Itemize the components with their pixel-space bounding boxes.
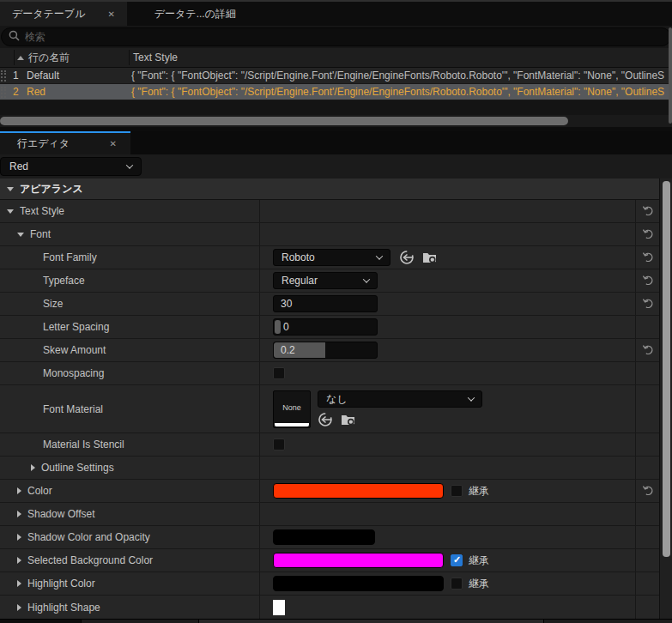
column-header-text-style[interactable]: Text Style [133,51,178,64]
browse-to-asset-button[interactable] [341,412,356,427]
reset-to-default-button[interactable] [635,480,659,502]
expander-right-icon[interactable] [31,464,35,471]
reset-to-default-button[interactable] [635,223,659,245]
details-vertical-scrollbar[interactable] [659,178,672,619]
prop-label-shadow-offset: Shadow Offset [27,508,95,520]
prop-row-shadow-color: Shadow Color and Opacity [0,526,659,549]
font-family-dropdown[interactable]: Roboto [273,249,390,266]
prop-row-font: Font [0,223,659,246]
size-value: 30 [281,298,292,310]
chevron-down-icon [363,275,370,282]
skew-amount-slider-input[interactable]: 0.2 [273,342,378,359]
highlight-inherit-checkbox[interactable] [451,578,463,590]
table-empty-area [0,100,672,115]
reset-to-default-button[interactable] [635,269,659,292]
highlight-color-swatch[interactable] [273,576,444,591]
expander-right-icon[interactable] [17,604,21,611]
category-appearance[interactable]: アピアランス [0,178,659,200]
prop-row-typeface: Typeface Regular [0,269,659,293]
inherit-label: 継承 [469,553,489,568]
prop-label-font-material: Font Material [43,403,103,415]
expander-down-icon[interactable] [7,209,14,214]
row-select-dropdown[interactable]: Red [0,157,142,176]
prop-label-material-is-stencil: Material Is Stencil [43,439,124,451]
expander-down-icon[interactable] [17,233,24,237]
search-input[interactable] [25,31,663,43]
material-thumbnail-label: None [282,403,301,412]
color-inherit-checkbox[interactable] [451,485,463,497]
prop-label-font: Font [30,228,51,240]
prop-row-outline-settings: Outline Settings [0,457,659,480]
expander-right-icon[interactable] [17,557,21,564]
prop-row-monospacing: Monospacing [0,362,659,385]
expander-right-icon[interactable] [17,511,21,517]
search-box[interactable] [1,27,671,46]
tab-datatable-details[interactable]: データテ...の詳細 [142,2,248,26]
expander-right-icon[interactable] [17,580,21,587]
reset-to-default-button[interactable] [635,293,659,315]
reset-to-default-button[interactable] [635,339,659,361]
row-value: { "Font": { "FontObject": "/Script/Engin… [131,70,672,82]
font-family-value: Roboto [282,251,315,263]
typeface-value: Regular [282,275,318,287]
chevron-down-icon [126,161,133,168]
browse-to-asset-button[interactable] [422,250,438,265]
horizontal-scrollbar-thumb[interactable] [0,117,568,125]
datatable-tabbar: データテーブル ✕ データテ...の詳細 [0,0,672,26]
column-divider [14,50,15,65]
font-material-dropdown[interactable]: なし [318,390,482,408]
chevron-down-icon [468,394,475,401]
bottom-panel-edge [0,619,672,623]
use-selected-asset-button[interactable] [399,250,415,265]
chevron-down-icon [376,252,383,259]
selected-bg-inherit-checkbox[interactable] [451,554,463,566]
prop-row-font-family: Font Family Roboto [0,246,659,269]
color-swatch[interactable] [273,483,444,499]
prop-row-highlight-color: Highlight Color 継承 [0,572,659,596]
expander-right-icon[interactable] [17,534,21,541]
letter-spacing-value: 0 [283,321,289,333]
table-row-red[interactable]: 2 Red { "Font": { "FontObject": "/Script… [0,84,672,100]
close-icon[interactable]: ✕ [110,139,117,148]
prop-label-monospacing: Monospacing [43,367,104,379]
sort-ascending-icon [17,56,24,60]
tab-datatable[interactable]: データテーブル ✕ [0,2,127,26]
drag-handle-icon[interactable] [1,87,6,98]
shadow-color-swatch[interactable] [273,529,375,545]
category-appearance-label: アピアランス [20,182,83,197]
prop-label-selected-bg-color: Selected Background Color [27,554,153,566]
reset-to-default-button[interactable] [635,200,659,222]
drag-handle-icon[interactable] [1,70,6,82]
table-vertical-scrollbar[interactable] [669,27,672,124]
table-row-default[interactable]: 1 Default { "Font": { "FontObject": "/Sc… [0,68,672,84]
reset-to-default-button[interactable] [635,246,659,269]
prop-row-selected-bg-color: Selected Background Color 継承 [0,549,659,572]
expander-right-icon[interactable] [17,487,21,494]
typeface-dropdown[interactable]: Regular [273,272,378,289]
details-vertical-scrollbar-thumb[interactable] [663,181,670,557]
horizontal-scrollbar[interactable] [0,115,672,127]
letter-spacing-slider-input[interactable]: 0 [273,318,378,336]
prop-row-skew-amount: Skew Amount 0.2 [0,339,659,362]
material-is-stencil-checkbox[interactable] [273,439,285,451]
inherit-label: 継承 [469,577,489,591]
row-select-bar: Red [0,154,672,178]
expander-down-icon[interactable] [7,187,14,191]
material-thumbnail[interactable]: None [273,390,311,428]
highlight-shape-swatch[interactable] [273,600,285,615]
selected-bg-color-swatch[interactable] [273,553,444,568]
row-select-value: Red [9,160,28,172]
prop-row-color: Color 継承 [0,480,659,503]
tab-row-editor[interactable]: 行エディタ ✕ [0,131,130,154]
size-input[interactable]: 30 [273,295,378,312]
close-icon[interactable]: ✕ [107,9,114,19]
prop-label-typeface: Typeface [43,275,85,287]
row-name: Default [27,70,131,82]
column-header-row-name[interactable]: 行の名前 [17,51,70,65]
row-value: { "Font": { "FontObject": "/Script/Engin… [131,86,672,98]
prop-row-highlight-shape: Highlight Shape [0,596,659,619]
use-selected-asset-button[interactable] [318,412,333,427]
column-divider[interactable] [129,50,130,65]
slider-handle[interactable] [275,320,281,334]
monospacing-checkbox[interactable] [273,367,285,379]
